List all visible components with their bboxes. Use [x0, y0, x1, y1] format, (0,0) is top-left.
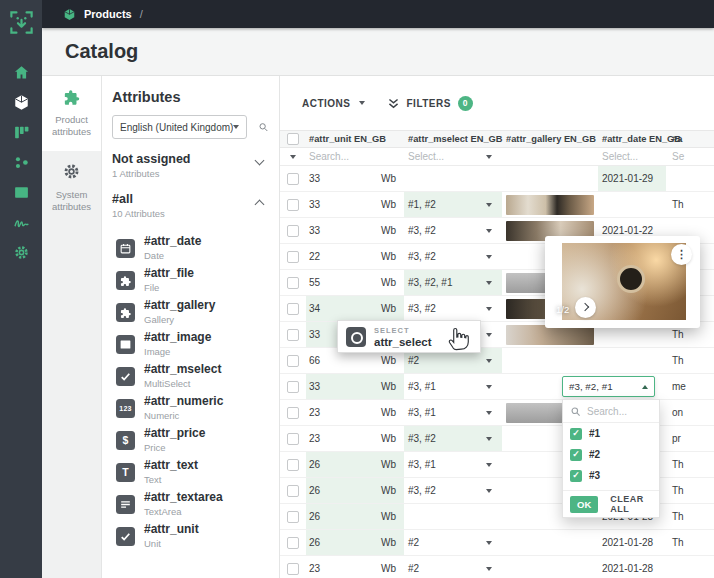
- chevron-down-icon[interactable]: [486, 541, 492, 545]
- cell-unit[interactable]: 33Wb: [306, 374, 404, 399]
- cell-text[interactable]: [666, 166, 714, 191]
- nodes-icon[interactable]: [13, 154, 30, 171]
- cell-text[interactable]: pr: [666, 426, 714, 451]
- column-header-mselect[interactable]: #attr_mselect EN_GB: [404, 134, 502, 144]
- cell-mselect[interactable]: [404, 166, 502, 191]
- dropdown-option[interactable]: ✓#2: [563, 444, 659, 465]
- row-checkbox[interactable]: [287, 563, 299, 575]
- cell-unit[interactable]: 26Wb: [306, 530, 404, 555]
- chevron-down-icon[interactable]: [486, 463, 492, 467]
- cell-unit[interactable]: 22Wb: [306, 244, 404, 269]
- tab-system-attributes[interactable]: System attributes: [42, 151, 101, 226]
- cell-unit[interactable]: 26Wb: [306, 504, 404, 529]
- select-all-checkbox[interactable]: [287, 133, 299, 145]
- cell-mselect[interactable]: #3, #2: [404, 426, 502, 451]
- column-header-unit[interactable]: #attr_unit EN_GB: [306, 134, 404, 144]
- row-checkbox[interactable]: [287, 225, 299, 237]
- cell-date[interactable]: [598, 192, 666, 217]
- row-checkbox[interactable]: [287, 511, 299, 523]
- chevron-down-icon[interactable]: [486, 333, 492, 337]
- cell-date[interactable]: 2021-01-28: [598, 530, 666, 555]
- group-not-assigned[interactable]: Not assigned 1 Attributes: [112, 152, 267, 179]
- tab-product-attributes[interactable]: Product attributes: [42, 76, 101, 151]
- cell-unit[interactable]: 23Wb: [306, 426, 404, 451]
- dropdown-option[interactable]: ✓#1: [563, 423, 659, 444]
- row-checkbox[interactable]: [287, 199, 299, 211]
- cell-unit[interactable]: 55Wb: [306, 270, 404, 295]
- table-row[interactable]: 26Wb#22021-01-28Th: [280, 530, 714, 556]
- inline-mselect-editor[interactable]: #3, #2, #1: [562, 376, 655, 397]
- actions-button[interactable]: ACTIONS: [302, 98, 365, 109]
- next-image-button[interactable]: [575, 297, 596, 318]
- attribute-item[interactable]: 123#attr_numericNumeric: [102, 392, 279, 424]
- cell-mselect[interactable]: #3, #1: [404, 452, 502, 477]
- chevron-down-icon[interactable]: [486, 567, 492, 571]
- attribute-item[interactable]: #attr_textareaTextArea: [102, 488, 279, 520]
- chevron-down-icon[interactable]: [486, 359, 492, 363]
- filter-text-input[interactable]: Se: [666, 151, 714, 162]
- cell-mselect[interactable]: [404, 504, 502, 529]
- home-icon[interactable]: [13, 64, 30, 81]
- attribute-item[interactable]: #attr_imageImage: [102, 328, 279, 360]
- cell-unit[interactable]: 23Wb: [306, 556, 404, 578]
- column-header-date[interactable]: #attr_date EN_GB: [598, 134, 666, 144]
- image-icon[interactable]: [13, 184, 30, 201]
- cell-text[interactable]: Th: [666, 452, 714, 477]
- filter-unit-input[interactable]: Search...: [306, 151, 404, 162]
- cell-mselect[interactable]: #3, #1: [404, 400, 502, 425]
- chevron-down-icon[interactable]: [486, 229, 492, 233]
- cell-date[interactable]: 2021-01-28: [598, 556, 666, 578]
- group-all[interactable]: #all 10 Attributes: [112, 192, 267, 219]
- row-checkbox[interactable]: [287, 433, 299, 445]
- row-checkbox[interactable]: [287, 407, 299, 419]
- cell-unit[interactable]: 33Wb: [306, 218, 404, 243]
- cell-unit[interactable]: 26Wb: [306, 478, 404, 503]
- cell-text[interactable]: on: [666, 400, 714, 425]
- table-row[interactable]: 33Wb#1, #2Th: [280, 192, 714, 218]
- chevron-down-icon[interactable]: [486, 307, 492, 311]
- cell-unit[interactable]: 33Wb: [306, 166, 404, 191]
- attribute-item[interactable]: #attr_galleryGallery: [102, 296, 279, 328]
- ok-button[interactable]: OK: [570, 496, 598, 513]
- cell-text[interactable]: [666, 556, 714, 578]
- cell-mselect[interactable]: #3, #2: [404, 296, 502, 321]
- cell-unit[interactable]: 23Wb: [306, 400, 404, 425]
- row-checkbox[interactable]: [287, 277, 299, 289]
- row-checkbox[interactable]: [287, 251, 299, 263]
- row-checkbox[interactable]: [287, 173, 299, 185]
- kebab-menu-icon[interactable]: ⋮: [671, 244, 692, 265]
- cell-unit[interactable]: 26Wb: [306, 452, 404, 477]
- row-checkbox[interactable]: [287, 329, 299, 341]
- cell-text[interactable]: Th: [666, 530, 714, 555]
- dropdown-search[interactable]: Search...: [563, 400, 659, 423]
- table-row[interactable]: 23Wb#22021-01-28: [280, 556, 714, 578]
- cell-mselect[interactable]: #3, #2, #1: [404, 270, 502, 295]
- cell-date[interactable]: 2021-01-29: [598, 166, 666, 191]
- chevron-down-icon[interactable]: [486, 203, 492, 207]
- row-checkbox[interactable]: [287, 381, 299, 393]
- cell-mselect[interactable]: #3, #1: [404, 374, 502, 399]
- kanban-icon[interactable]: [13, 124, 30, 141]
- attribute-item[interactable]: #attr_mselectMultiSelect: [102, 360, 279, 392]
- signature-icon[interactable]: [13, 214, 30, 231]
- cell-date[interactable]: [598, 348, 666, 373]
- row-checkbox[interactable]: [287, 537, 299, 549]
- chevron-down-icon[interactable]: [486, 411, 492, 415]
- chevron-down-icon[interactable]: [486, 489, 492, 493]
- search-icon[interactable]: [258, 120, 269, 134]
- checked-checkbox[interactable]: ✓: [570, 470, 582, 482]
- attribute-item[interactable]: #attr_dateDate: [102, 232, 279, 264]
- selection-caret-icon[interactable]: [290, 155, 296, 159]
- chevron-down-icon[interactable]: [486, 281, 492, 285]
- checked-checkbox[interactable]: ✓: [570, 428, 582, 440]
- chevron-down-icon[interactable]: [486, 437, 492, 441]
- gear-icon[interactable]: [13, 244, 30, 261]
- cell-text[interactable]: Th: [666, 348, 714, 373]
- column-header-text[interactable]: #a: [666, 134, 714, 144]
- language-select[interactable]: English (United Kingdom): [112, 115, 247, 139]
- products-cube-icon[interactable]: [13, 94, 30, 111]
- attribute-item[interactable]: #attr_unitUnit: [102, 520, 279, 552]
- attribute-item[interactable]: #attr_fileFile: [102, 264, 279, 296]
- attribute-item[interactable]: $#attr_pricePrice: [102, 424, 279, 456]
- cell-mselect[interactable]: #3, #2: [404, 478, 502, 503]
